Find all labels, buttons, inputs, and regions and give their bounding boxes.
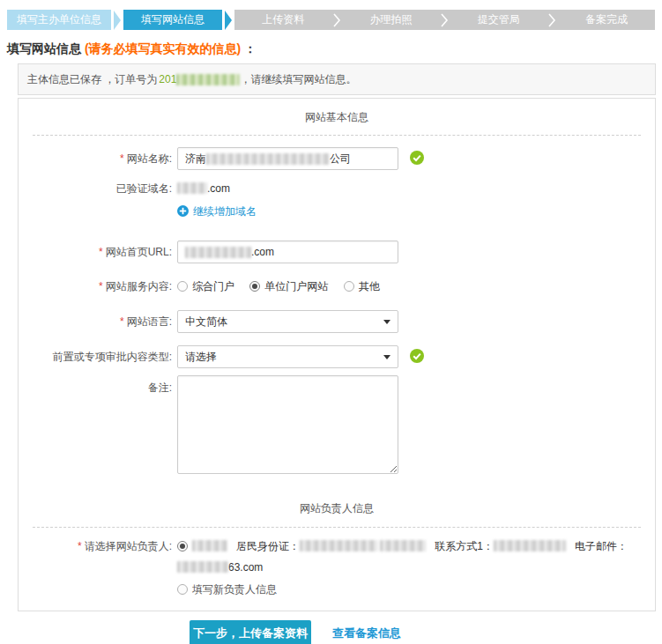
url-value-suffix: .com: [251, 246, 274, 258]
step-upload-materials: 上传资料: [234, 10, 331, 30]
plus-circle-icon: [177, 205, 189, 219]
language-selected-value: 中文简体: [185, 315, 227, 329]
order-number: 201: [159, 73, 176, 85]
step-label: 填写主办单位信息: [17, 12, 101, 27]
verified-domain-value: .com: [177, 181, 230, 196]
section-title-owner-info: 网站负责人信息: [19, 490, 655, 516]
site-name-input[interactable]: 济南公司: [177, 147, 398, 170]
step-arrow-icon: [111, 10, 123, 30]
step-label: 办理拍照: [369, 12, 412, 27]
order-number-redacted: [176, 74, 240, 85]
remark-row: 备注:: [19, 375, 655, 474]
language-label: *网站语言:: [19, 310, 177, 333]
add-domain-label: 继续增加域名: [193, 204, 257, 219]
site-name-value-suffix: 公司: [330, 152, 351, 167]
site-name-value-prefix: 济南: [185, 152, 206, 167]
add-domain-row: 继续增加域名: [19, 204, 655, 219]
owner-options: 居民身份证： 联系方式1： 电子邮件： 63.com 填写新负责人信息: [177, 537, 640, 596]
remark-textarea[interactable]: [177, 375, 398, 474]
verified-domain-row: 已验证域名: .com: [19, 181, 655, 196]
dashed-divider: [33, 527, 641, 528]
approval-type-select[interactable]: 请选择: [177, 345, 398, 368]
site-name-label: *网站名称:: [19, 147, 177, 170]
step-submit-authority: 提交管局: [450, 10, 547, 30]
language-select[interactable]: 中文简体: [177, 310, 398, 333]
site-name-row: *网站名称: 济南公司: [19, 147, 655, 170]
radio-icon: [177, 281, 188, 292]
site-name-redacted: [206, 153, 330, 165]
owner-id: 居民身份证：: [236, 537, 426, 555]
owner-id-redacted: [380, 540, 426, 551]
pending-steps: 上传资料 办理拍照 提交管局 备案完成: [234, 10, 655, 30]
service-content-label: *网站服务内容:: [19, 278, 177, 294]
add-domain-link[interactable]: 继续增加域名: [177, 204, 257, 219]
dropdown-caret-icon: [383, 320, 391, 324]
existing-owner-option[interactable]: 居民身份证： 联系方式1： 电子邮件：: [177, 537, 640, 555]
service-content-row: *网站服务内容: 综合门户 单位门户网站 其他: [19, 278, 655, 294]
service-content-options: 综合门户 单位门户网站 其他: [177, 278, 392, 294]
verified-domain-label: 已验证域名:: [19, 181, 177, 196]
remark-label: 备注:: [19, 375, 177, 396]
page-title-text: 填写网站信息: [7, 41, 81, 56]
step-arrow-icon: [222, 10, 234, 30]
chevron-right-icon: [547, 10, 558, 30]
owner-email-label: 电子邮件：: [575, 537, 628, 555]
step-photo-verification: 办理拍照: [342, 10, 439, 30]
dropdown-caret-icon: [383, 355, 391, 359]
owner-contact: 联系方式1：: [435, 537, 566, 555]
next-step-button[interactable]: 下一步，上传备案资料: [190, 620, 311, 644]
step-label: 备案完成: [585, 12, 628, 27]
valid-check-icon: [410, 151, 424, 167]
approval-type-row: 前置或专项审批内容类型: 请选择: [19, 345, 655, 368]
owner-name-redacted: [192, 540, 227, 551]
step-label: 填写网站信息: [141, 12, 205, 27]
owner-contact-redacted: [494, 540, 566, 551]
page-title: 填写网站信息 (请务必填写真实有效的信息) ：: [7, 41, 662, 57]
chevron-right-icon: [440, 10, 450, 30]
radio-checked-icon: [249, 281, 260, 292]
site-url-row: *网站首页URL: .com: [19, 241, 655, 263]
view-filing-info-link[interactable]: 查看备案信息: [332, 625, 401, 641]
owner-email-value: 63.com: [177, 560, 640, 574]
radio-option-other[interactable]: 其他: [344, 280, 380, 292]
section-title-basic-info: 网站基本信息: [19, 99, 655, 125]
step-nav: 填写主办单位信息 填写网站信息 上传资料 办理拍照 提交管局 备案完成: [7, 10, 655, 30]
approval-type-label: 前置或专项审批内容类型:: [19, 345, 177, 368]
radio-checked-icon: [177, 541, 188, 551]
step-fill-organizer-info: 填写主办单位信息: [7, 10, 111, 30]
site-url-label: *网站首页URL:: [19, 241, 177, 263]
new-owner-option[interactable]: 填写新负责人信息: [177, 582, 640, 596]
domain-redacted: [177, 182, 207, 194]
notice-prefix: 主体信息已保存 ，订单号为: [27, 72, 157, 87]
required-mark: *: [120, 315, 124, 328]
site-url-input[interactable]: .com: [177, 241, 398, 263]
step-label: 上传资料: [262, 12, 304, 27]
language-row: *网站语言: 中文简体: [19, 310, 655, 333]
page-title-colon: ：: [244, 41, 257, 56]
owner-select-label: *请选择网站负责人:: [19, 537, 177, 555]
step-label: 提交管局: [478, 12, 520, 27]
form-actions: 下一步，上传备案资料 查看备案信息: [190, 620, 662, 644]
website-info-form: 网站基本信息 *网站名称: 济南公司 已验证域名: .com 继续增加域名: [18, 98, 656, 611]
radio-option-org-portal[interactable]: 单位门户网站: [249, 280, 331, 292]
owner-select-row: *请选择网站负责人: 居民身份证： 联系方式1： 电子邮件： 63.com 填写…: [19, 537, 655, 596]
notice-suffix: ，请继续填写网站信息。: [240, 72, 356, 87]
approval-selected-value: 请选择: [185, 350, 217, 365]
step-fill-website-info: 填写网站信息: [123, 10, 222, 30]
required-mark: *: [78, 540, 82, 552]
step-filing-complete: 备案完成: [558, 10, 655, 30]
radio-icon: [344, 281, 354, 292]
owner-email-redacted: [177, 561, 228, 573]
owner-id-redacted: [300, 540, 377, 551]
notice-bar: 主体信息已保存 ，订单号为201，请继续填写网站信息。: [18, 63, 656, 95]
required-mark: *: [99, 280, 103, 292]
url-redacted: [185, 247, 251, 258]
radio-icon: [177, 584, 188, 595]
required-mark: *: [99, 246, 103, 258]
page-title-note: (请务必填写真实有效的信息): [85, 41, 241, 56]
dashed-divider: [33, 135, 641, 136]
valid-check-icon: [410, 349, 424, 366]
radio-option-portal[interactable]: 综合门户: [177, 280, 237, 292]
chevron-right-icon: [331, 10, 342, 30]
required-mark: *: [120, 152, 124, 165]
